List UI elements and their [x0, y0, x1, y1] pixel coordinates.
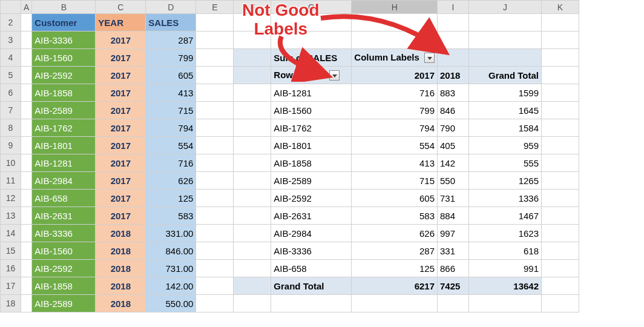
cell-E3[interactable]	[196, 31, 234, 49]
pivot-row-name[interactable]: AIB-3336	[271, 242, 352, 260]
cell-K11[interactable]	[542, 172, 579, 190]
cell-A16[interactable]	[21, 260, 32, 277]
col-header-A[interactable]: A	[21, 1, 32, 14]
cell-I2[interactable]	[438, 14, 469, 31]
cell-G3[interactable]	[271, 31, 352, 49]
col-header-D[interactable]: D	[146, 1, 196, 14]
cell-A12[interactable]	[21, 190, 32, 207]
col-header-H[interactable]: H	[352, 1, 438, 14]
pivot-row-total[interactable]: 1336	[469, 190, 542, 207]
cell-year[interactable]: 2017	[96, 102, 146, 119]
pivot-val-y2[interactable]: 405	[438, 137, 469, 154]
cell-F11[interactable]	[234, 172, 271, 190]
col-header-G[interactable]: G	[271, 1, 352, 14]
header-customer[interactable]: Customer	[32, 14, 96, 31]
cell-year[interactable]: 2018	[96, 295, 146, 312]
cell-A15[interactable]	[21, 242, 32, 260]
header-sales[interactable]: SALES	[146, 14, 196, 31]
pivot-row-total[interactable]: 959	[469, 137, 542, 154]
pivot-val-y1[interactable]: 799	[352, 102, 438, 119]
cell-sales[interactable]: 142.00	[146, 277, 196, 295]
cell-A14[interactable]	[21, 225, 32, 242]
cell-K2[interactable]	[542, 14, 579, 31]
cell-K5[interactable]	[542, 67, 579, 84]
cell-K17[interactable]	[542, 277, 579, 295]
pivot-val-y2[interactable]: 731	[438, 190, 469, 207]
pivot-row-name[interactable]: AIB-658	[271, 260, 352, 277]
row-header-8[interactable]: 8	[1, 119, 21, 137]
cell-customer[interactable]: AIB-1560	[32, 242, 96, 260]
pivot-row-total[interactable]: 1645	[469, 102, 542, 119]
cell-E14[interactable]	[196, 225, 234, 242]
cell-K15[interactable]	[542, 242, 579, 260]
row-labels-dropdown-icon[interactable]	[329, 70, 340, 81]
row-header-9[interactable]: 9	[1, 137, 21, 154]
cell-G18[interactable]	[271, 295, 352, 312]
cell-E10[interactable]	[196, 154, 234, 172]
pivot-val-y1[interactable]: 794	[352, 119, 438, 137]
row-header-2[interactable]: 2	[1, 14, 21, 31]
cell-A2[interactable]	[21, 14, 32, 31]
cell-F13[interactable]	[234, 207, 271, 225]
cell-F8[interactable]	[234, 119, 271, 137]
cell-customer[interactable]: AIB-1560	[32, 49, 96, 67]
cell-F7[interactable]	[234, 102, 271, 119]
cell-E6[interactable]	[196, 84, 234, 102]
cell-E17[interactable]	[196, 277, 234, 295]
cell-I4[interactable]	[438, 49, 469, 67]
cell-E12[interactable]	[196, 190, 234, 207]
pivot-val-y2[interactable]: 142	[438, 154, 469, 172]
pivot-val-y2[interactable]: 997	[438, 225, 469, 242]
pivot-row-total[interactable]: 1623	[469, 225, 542, 242]
cell-customer[interactable]: AIB-1858	[32, 277, 96, 295]
pivot-row-label[interactable]: Row Labels	[271, 67, 352, 84]
cell-E13[interactable]	[196, 207, 234, 225]
cell-A17[interactable]	[21, 277, 32, 295]
cell-F2[interactable]	[234, 14, 271, 31]
pivot-val-y2[interactable]: 884	[438, 207, 469, 225]
col-header-J[interactable]: J	[469, 1, 542, 14]
cell-customer[interactable]: AIB-2592	[32, 260, 96, 277]
row-header-16[interactable]: 16	[1, 260, 21, 277]
cell-A18[interactable]	[21, 295, 32, 312]
cell-F17[interactable]	[234, 277, 271, 295]
cell-K14[interactable]	[542, 225, 579, 242]
cell-K4[interactable]	[542, 49, 579, 67]
cell-year[interactable]: 2017	[96, 137, 146, 154]
cell-sales[interactable]: 731.00	[146, 260, 196, 277]
cell-A4[interactable]	[21, 49, 32, 67]
cell-E11[interactable]	[196, 172, 234, 190]
cell-year[interactable]: 2018	[96, 260, 146, 277]
pivot-val-y1[interactable]: 626	[352, 225, 438, 242]
cell-A10[interactable]	[21, 154, 32, 172]
cell-sales[interactable]: 716	[146, 154, 196, 172]
row-header-17[interactable]: 17	[1, 277, 21, 295]
cell-A5[interactable]	[21, 67, 32, 84]
cell-F12[interactable]	[234, 190, 271, 207]
pivot-year-1[interactable]: 2017	[352, 67, 438, 84]
row-header-13[interactable]: 13	[1, 207, 21, 225]
pivot-val-y1[interactable]: 583	[352, 207, 438, 225]
cell-sales[interactable]: 583	[146, 207, 196, 225]
cell-F3[interactable]	[234, 31, 271, 49]
cell-G2[interactable]	[271, 14, 352, 31]
cell-year[interactable]: 2017	[96, 154, 146, 172]
pivot-val-y1[interactable]: 715	[352, 172, 438, 190]
cell-year[interactable]: 2017	[96, 67, 146, 84]
cell-year[interactable]: 2017	[96, 172, 146, 190]
row-header-3[interactable]: 3	[1, 31, 21, 49]
cell-sales[interactable]: 550.00	[146, 295, 196, 312]
cell-customer[interactable]: AIB-2631	[32, 207, 96, 225]
cell-E9[interactable]	[196, 137, 234, 154]
pivot-val-y1[interactable]: 125	[352, 260, 438, 277]
pivot-val-y1[interactable]: 413	[352, 154, 438, 172]
pivot-grand-total[interactable]: 13642	[469, 277, 542, 295]
cell-K13[interactable]	[542, 207, 579, 225]
pivot-val-y2[interactable]: 331	[438, 242, 469, 260]
cell-H2[interactable]	[352, 14, 438, 31]
pivot-row-total[interactable]: 555	[469, 154, 542, 172]
pivot-col-label[interactable]: Column Labels	[352, 49, 438, 67]
cell-year[interactable]: 2018	[96, 225, 146, 242]
cell-E16[interactable]	[196, 260, 234, 277]
pivot-grand-y2[interactable]: 7425	[438, 277, 469, 295]
